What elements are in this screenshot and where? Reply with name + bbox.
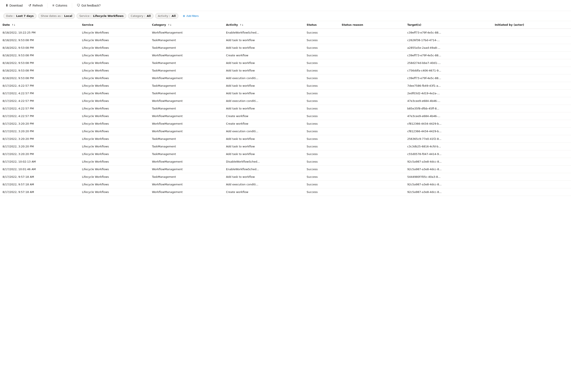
table-cell — [339, 150, 405, 158]
table-row[interactable]: 8/17/2022, 3:20:20 PMLifecycle Workflows… — [0, 143, 571, 150]
table-row[interactable]: 8/18/2022, 10:22:25 PMLifecycle Workflow… — [0, 29, 571, 36]
table-cell: Success — [304, 112, 339, 120]
table-row[interactable]: 8/17/2022, 4:22:57 PMLifecycle Workflows… — [0, 97, 571, 105]
table-row[interactable]: 8/18/2022, 9:53:08 PMLifecycle Workflows… — [0, 59, 571, 67]
table-cell — [492, 181, 571, 188]
table-cell: 7dee7586-fb49-43f1-a... — [405, 82, 492, 90]
feedback-icon: 🗨 — [77, 4, 80, 7]
table-cell — [339, 97, 405, 105]
table-cell: Create workflow — [224, 120, 304, 128]
table-row[interactable]: 8/17/2022, 10:02:13 AMLifecycle Workflow… — [0, 158, 571, 166]
table-row[interactable]: 8/18/2022, 9:53:08 PMLifecycle Workflows… — [0, 44, 571, 52]
table-row[interactable]: 8/17/2022, 10:01:46 AMLifecycle Workflow… — [0, 166, 571, 173]
table-cell: Success — [304, 143, 339, 150]
table-row[interactable]: 8/18/2022, 9:53:08 PMLifecycle Workflows… — [0, 36, 571, 44]
table-row[interactable]: 8/17/2022, 3:20:20 PMLifecycle Workflows… — [0, 128, 571, 135]
table-cell: Lifecycle Workflows — [80, 82, 149, 90]
header-initiated-by-label: Initiated by (actor) — [495, 23, 524, 26]
toolbar: ⬇ Download ↺ Refresh ≡ Columns 🗨 Got fee… — [0, 0, 571, 11]
date-filter-label: Date — [6, 14, 13, 17]
category-filter-chip[interactable]: Category : All — [128, 13, 154, 19]
table-cell — [492, 67, 571, 74]
table-cell: Lifecycle Workflows — [80, 120, 149, 128]
add-filters-button[interactable]: ⊕ Add filters — [180, 13, 201, 19]
table-row[interactable]: 8/17/2022, 9:57:18 AMLifecycle Workflows… — [0, 181, 571, 188]
table-cell: 8/18/2022, 9:53:08 PM — [0, 44, 80, 52]
table-cell: Lifecycle Workflows — [80, 44, 149, 52]
show-dates-filter-chip[interactable]: Show dates as : Local — [38, 13, 75, 19]
table-cell: Lifecycle Workflows — [80, 135, 149, 143]
table-cell: Success — [304, 166, 339, 173]
table-cell: Lifecycle Workflows — [80, 128, 149, 135]
table-cell — [339, 44, 405, 52]
table-row[interactable]: 8/18/2022, 9:53:08 PMLifecycle Workflows… — [0, 67, 571, 74]
table-cell: 8/17/2022, 10:01:46 AM — [0, 166, 80, 173]
table-cell: Success — [304, 135, 339, 143]
refresh-icon: ↺ — [29, 3, 31, 7]
service-filter-chip[interactable]: Service : Lifecycle Workflows — [77, 13, 126, 19]
table-cell: Add execution conditi... — [224, 181, 304, 188]
table-cell — [492, 97, 571, 105]
table-cell — [492, 173, 571, 181]
header-category[interactable]: Category ↑↓ — [149, 21, 224, 29]
table-row[interactable]: 8/17/2022, 9:57:18 AMLifecycle Workflows… — [0, 173, 571, 181]
table-cell: 8/17/2022, 10:02:13 AM — [0, 158, 80, 166]
table-cell: c39eff73-e79f-4e5c-88... — [405, 74, 492, 82]
table-cell: 8/17/2022, 3:20:20 PM — [0, 150, 80, 158]
table-row[interactable]: 8/17/2022, 3:20:20 PMLifecycle Workflows… — [0, 120, 571, 128]
table-row[interactable]: 8/17/2022, 4:22:57 PMLifecycle Workflows… — [0, 112, 571, 120]
table-cell: cf812366-4434-4429-b... — [405, 128, 492, 135]
table-row[interactable]: 8/17/2022, 9:57:18 AMLifecycle Workflows… — [0, 188, 571, 196]
table-row[interactable]: 8/17/2022, 4:22:57 PMLifecycle Workflows… — [0, 82, 571, 90]
table-cell: TaskManagement — [149, 105, 224, 112]
table-row[interactable]: 8/17/2022, 3:20:20 PMLifecycle Workflows… — [0, 150, 571, 158]
header-date[interactable]: Date ↑↓ — [0, 21, 80, 29]
table-row[interactable]: 8/18/2022, 9:53:08 PMLifecycle Workflows… — [0, 52, 571, 59]
table-cell: 8/17/2022, 3:20:20 PM — [0, 128, 80, 135]
table-cell: WorkflowManagement — [149, 166, 224, 173]
table-cell: Lifecycle Workflows — [80, 59, 149, 67]
header-status-reason-label: Status reason — [342, 23, 363, 26]
activity-filter-chip[interactable]: Activity : All — [155, 13, 178, 19]
date-filter-chip[interactable]: Date : Last 7 days — [3, 13, 36, 19]
feedback-button[interactable]: 🗨 Got feedback? — [75, 2, 103, 9]
table-cell: Success — [304, 158, 339, 166]
table-cell: Lifecycle Workflows — [80, 158, 149, 166]
table-cell: 2edf03d2-4d19-4e2a-... — [405, 90, 492, 97]
table-row[interactable]: 8/18/2022, 9:53:08 PMLifecycle Workflows… — [0, 74, 571, 82]
table-cell: Success — [304, 105, 339, 112]
table-cell: Lifecycle Workflows — [80, 29, 149, 36]
table-cell: Success — [304, 59, 339, 67]
table-cell: WorkflowManagement — [149, 52, 224, 59]
table-cell: Success — [304, 74, 339, 82]
table-cell: Success — [304, 52, 339, 59]
table-row[interactable]: 8/17/2022, 4:22:57 PMLifecycle Workflows… — [0, 105, 571, 112]
table-cell: TaskManagement — [149, 82, 224, 90]
table-cell: TaskManagement — [149, 135, 224, 143]
table-cell: 8/17/2022, 4:22:57 PM — [0, 105, 80, 112]
table-cell: 92c5a987-a3e8-4dcc-8... — [405, 181, 492, 188]
header-service[interactable]: Service — [80, 21, 149, 29]
table-cell: TaskManagement — [149, 67, 224, 74]
download-button[interactable]: ⬇ Download — [3, 2, 25, 9]
header-status[interactable]: Status — [304, 21, 339, 29]
columns-button[interactable]: ≡ Columns — [50, 2, 69, 9]
table-cell — [492, 52, 571, 59]
table-row[interactable]: 8/17/2022, 3:20:20 PMLifecycle Workflows… — [0, 135, 571, 143]
header-targets[interactable]: Target(s) — [405, 21, 492, 29]
table-cell: Create workflow — [224, 188, 304, 196]
table-cell: c55d0578-f047-4414-9... — [405, 150, 492, 158]
table-cell: TaskManagement — [149, 173, 224, 181]
refresh-button[interactable]: ↺ Refresh — [26, 2, 45, 9]
table-row[interactable]: 8/17/2022, 4:22:57 PMLifecycle Workflows… — [0, 90, 571, 97]
table-cell: DisableWorkflowSched... — [224, 158, 304, 166]
table-cell — [339, 90, 405, 97]
header-status-reason[interactable]: Status reason — [339, 21, 405, 29]
table-cell: Success — [304, 36, 339, 44]
table-cell — [339, 29, 405, 36]
table-cell: 5444980f-f05c-40a3-8... — [405, 173, 492, 181]
table-cell: Add task to workflow — [224, 150, 304, 158]
table-cell: Add task to workflow — [224, 105, 304, 112]
header-initiated-by[interactable]: Initiated by (actor) — [492, 21, 571, 29]
header-activity[interactable]: Activity ↑↓ — [224, 21, 304, 29]
